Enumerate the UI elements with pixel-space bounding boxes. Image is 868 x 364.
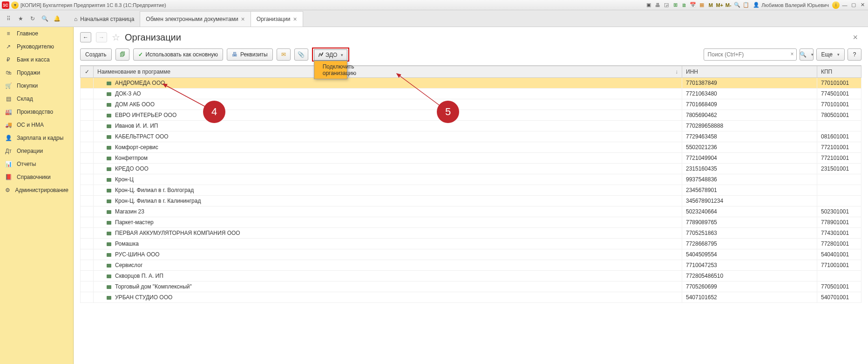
close-window-icon[interactable]: ✕ [859,1,866,9]
edo-label: ЭДО [326,52,338,58]
top-nav: ⠿ ★ ↻ 🔍 🔔 ⌂ Начальная страница Обмен эле… [0,10,868,27]
sidebar-item-0[interactable]: ≡Главное [0,27,73,40]
attach-button[interactable]: 📎 [294,48,308,61]
sidebar-item-12[interactable]: ⚙Администрирование [0,184,73,197]
row-icon [107,92,111,96]
sidebar-item-4[interactable]: 🛒Покупки [0,79,73,92]
sidebar-label: ОС и НМА [17,122,44,128]
annotation-4: 4 [203,101,225,123]
sidebar-icon: ≡ [5,30,12,37]
tab-edo-exchange[interactable]: Обмен электронными документами × [140,11,251,27]
clipboard-icon[interactable]: 📋 [742,1,750,9]
minimize-icon[interactable]: — [841,1,848,9]
table-row[interactable]: Скворцов П. А. ИП772805486510 [81,271,861,282]
col-kpp[interactable]: КПП [817,66,861,78]
compare-icon[interactable]: ◲ [663,1,670,9]
search-input[interactable] [704,48,797,61]
copy-icon: 🗐 [120,51,125,58]
table-row[interactable]: ДОК-3 АО7721063480774501001 [81,89,861,99]
col-inn[interactable]: ИНН [682,66,817,78]
search-clear-icon[interactable]: × [791,51,794,57]
print-icon[interactable]: 🖶 [654,1,661,9]
table-row[interactable]: КРЕДО ООО2315160435231501001 [81,164,861,174]
details-button[interactable]: 🖶 Реквизиты [227,48,273,61]
calc-green-icon[interactable]: ⊞ [671,1,679,9]
grid-icon[interactable]: ▦ [698,1,705,9]
sidebar-item-1[interactable]: ↗Руководителю [0,40,73,53]
table-row[interactable]: Ромашка7728668795772801001 [81,239,861,249]
table-row[interactable]: Конфетпром7721049904772101001 [81,153,861,164]
edo-dropdown-button[interactable]: 🗲 ЭДО [314,49,348,61]
tab-organizations[interactable]: Организации × [251,11,303,27]
help-button[interactable]: i [832,1,840,9]
sidebar-item-6[interactable]: 🏭Производство [0,105,73,118]
search-dropdown-button[interactable]: 🔍 [800,48,814,61]
m-button[interactable]: M [707,1,714,9]
magnifier-icon: 🔍 [800,51,807,58]
table-row[interactable]: Торговый дом "Комплексный"77052606997705… [81,282,861,292]
doc-icon[interactable]: 🗎 [680,1,688,9]
row-icon [107,189,111,192]
table-row[interactable]: Комфорт-сервис5502021236772101001 [81,142,861,153]
more-button[interactable]: Еще [816,48,845,61]
table-row[interactable]: Иванов И. И. ИП770289658888 [81,121,861,131]
star-icon[interactable]: ★ [15,13,26,24]
home-icon: ⌂ [74,16,77,22]
back-button[interactable]: ← [80,32,91,42]
sidebar-item-11[interactable]: 📕Справочники [0,171,73,184]
sidebar-label: Продажи [17,69,40,76]
copy-button[interactable]: 🗐 [115,48,129,61]
sidebar-item-2[interactable]: ₽Банк и касса [0,53,73,66]
m-minus-button[interactable]: M- [725,1,732,9]
sidebar-item-5[interactable]: ▤Склад [0,92,73,105]
app-menu-button[interactable]: ▾ [11,1,19,9]
table-wrapper[interactable]: ✓ Наименование в программе↓ ИНН КПП АНДР… [80,65,861,359]
col-check[interactable]: ✓ [81,66,94,78]
table-row[interactable]: Магазин 235023240664502301001 [81,206,861,217]
create-button[interactable]: Создать [80,48,112,61]
forward-button[interactable]: → [96,32,107,42]
panel-icon[interactable]: ▣ [645,1,652,9]
table-row[interactable]: Паркет-мастер7789089765778901001 [81,217,861,228]
maximize-icon[interactable]: ▢ [850,1,857,9]
sidebar-item-7[interactable]: 🚚ОС и НМА [0,118,73,131]
table-row[interactable]: Крон-Ц. Филиал в г. Калининград345678901… [81,196,861,206]
table-row[interactable]: РУС-ШИНА ООО5404509554540401001 [81,249,861,260]
search-global-icon[interactable]: 🔍 [733,1,741,9]
sidebar-item-9[interactable]: ДтОперации [0,144,73,158]
table-row[interactable]: ДОМ АКБ ООО7701668409770101001 [81,99,861,110]
apps-icon[interactable]: ⠿ [3,13,14,24]
sidebar-item-8[interactable]: 👤Зарплата и кадры [0,131,73,144]
close-page-icon[interactable]: × [849,33,861,42]
mail-button[interactable]: ✉ [277,48,291,61]
user-chip[interactable]: 👤 Любимов Валерий Юрьевич [751,2,831,8]
tab-home[interactable]: ⌂ Начальная страница [68,11,140,27]
help-button[interactable]: ? [848,48,861,61]
tab-close-icon[interactable]: × [241,15,245,23]
table-row[interactable]: КАБЕЛЬТРАСТ ООО7729463458081601001 [81,131,861,142]
edo-connect-org-item[interactable]: Подключить организацию [314,61,347,79]
tab-close-icon[interactable]: × [293,15,297,23]
calendar-icon[interactable]: 📅 [689,1,697,9]
print-icon: 🖶 [232,51,237,58]
table-row[interactable]: ЕВРО ИНТЕРЬЕР ООО7805690462780501001 [81,110,861,121]
m-plus-button[interactable]: M+ [716,1,723,9]
sidebar-label: Банк и касса [17,56,50,63]
table-row[interactable]: Крон-Ц. Филиал в г. Волгоград2345678901 [81,185,861,196]
tab-edo-label: Обмен электронными документами [146,16,238,22]
table-row[interactable]: АНДРОМЕДА ООО7701387849770101001 [81,78,861,89]
table-row[interactable]: ПЕРВАЯ АККУМУЛЯТОРНАЯ КОМПАНИЯ ООО770525… [81,228,861,239]
history-icon[interactable]: ↻ [27,13,38,24]
use-as-main-button[interactable]: ✓ Использовать как основную [133,48,223,61]
table-row[interactable]: Крон-Ц9937548836 [81,174,861,185]
table-row[interactable]: Сервислог7710047253771001001 [81,260,861,271]
sidebar-item-10[interactable]: 📊Отчеты [0,158,73,171]
table-row[interactable]: УРБАН СТУДИО ООО5407101652540701001 [81,292,861,303]
bell-icon[interactable]: 🔔 [51,13,62,24]
col-name[interactable]: Наименование в программе↓ [94,66,682,78]
sidebar-item-3[interactable]: 🛍Продажи [0,66,73,79]
favorite-star-icon[interactable]: ☆ [112,32,120,43]
row-icon [107,124,111,128]
sidebar: ≡Главное↗Руководителю₽Банк и касса🛍Прода… [0,27,74,364]
search-icon[interactable]: 🔍 [39,13,50,24]
